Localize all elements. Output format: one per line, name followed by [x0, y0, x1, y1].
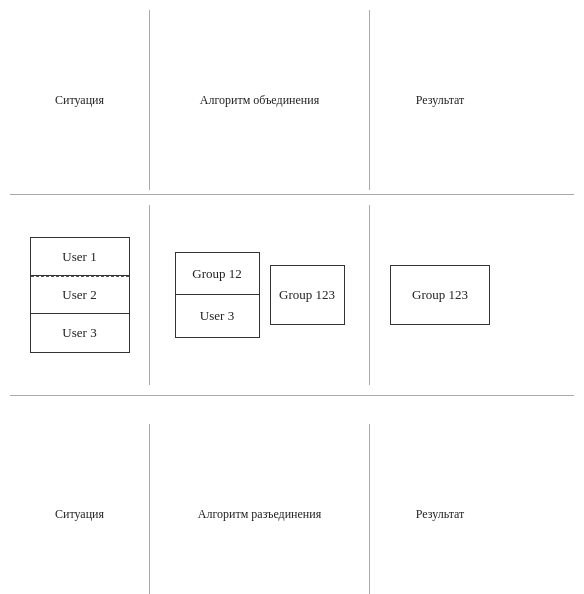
top-section: Ситуация Алгоритм объединения Результат …: [0, 0, 584, 396]
bottom-header-situation: Ситуация: [10, 424, 150, 594]
bottom-section: Ситуация Алгоритм разъединения Результат…: [0, 414, 584, 594]
top-situation-container: User 1 User 2 User 3: [30, 237, 130, 353]
top-algo-group12: Group 12: [176, 253, 259, 295]
top-algo-group123: Group 123: [270, 265, 345, 325]
top-situation-col: User 1 User 2 User 3: [10, 205, 150, 385]
top-algo-left: Group 12 User 3: [175, 252, 260, 338]
top-situation-user1: User 1: [31, 238, 129, 276]
top-situation-user2: User 2: [31, 276, 129, 314]
top-result-group123: Group 123: [390, 265, 490, 325]
top-algorithm-col: Group 12 User 3 Group 123: [150, 205, 370, 385]
top-algo-container: Group 12 User 3 Group 123: [160, 252, 359, 338]
top-algo-user3: User 3: [176, 295, 259, 337]
bottom-header-result: Результат: [370, 424, 510, 594]
top-situation-user3: User 3: [31, 314, 129, 352]
top-result-col: Group 123: [370, 205, 510, 385]
top-header-row: Ситуация Алгоритм объединения Результат: [10, 0, 574, 194]
top-header-algorithm: Алгоритм объединения: [150, 10, 370, 190]
top-content: User 1 User 2 User 3 Group 12 User 3: [10, 194, 574, 396]
bottom-header-row: Ситуация Алгоритм разъединения Результат: [10, 414, 574, 594]
bottom-header-algorithm: Алгоритм разъединения: [150, 424, 370, 594]
top-algo-right: Group 123: [270, 265, 345, 325]
top-header-result: Результат: [370, 10, 510, 190]
section-divider: [0, 396, 584, 414]
top-header-situation: Ситуация: [10, 10, 150, 190]
